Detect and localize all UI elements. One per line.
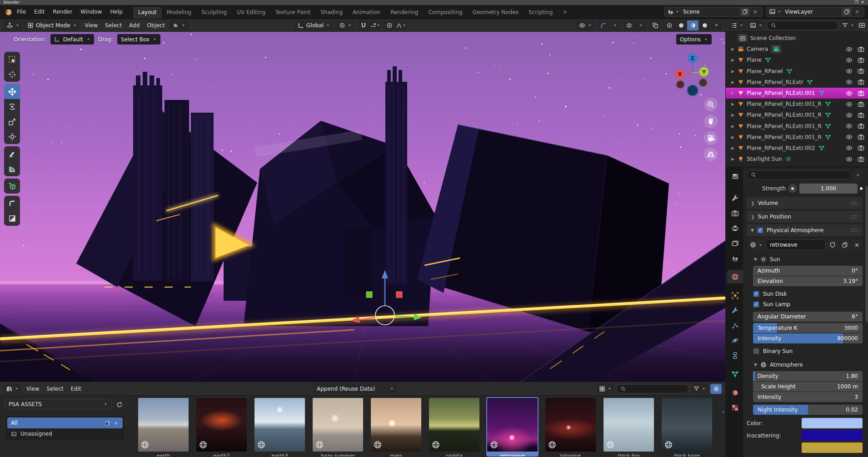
asset-editor-type-button[interactable] [4, 384, 21, 394]
outliner-row[interactable]: ▶ Plane [726, 55, 868, 65]
disable-render-icon[interactable] [858, 68, 864, 75]
properties-tab-viewlayer[interactable] [727, 236, 743, 250]
asset-tile-earth3[interactable]: earth3 [254, 397, 306, 457]
asset-search-input[interactable] [616, 384, 689, 393]
properties-tab-scene[interactable] [727, 251, 743, 265]
sidebar-collapse-arrow[interactable]: ‹ [722, 39, 724, 46]
add-catalog-icon[interactable] [113, 420, 119, 426]
remove-viewlayer-button[interactable] [853, 8, 862, 16]
sun-disk-row[interactable]: ✓Sun Disk [753, 288, 863, 299]
density-slider[interactable]: Density1.80 [753, 371, 863, 381]
asset-tile-mars[interactable]: mars [370, 397, 422, 457]
tab-modeling[interactable]: Modeling [162, 7, 197, 19]
unlink-world-button[interactable] [851, 239, 863, 250]
zoom-button[interactable] [704, 98, 718, 111]
axis-neg-y-ball[interactable] [699, 79, 707, 87]
asset-thumbnail[interactable] [604, 398, 654, 452]
new-scene-button[interactable] [740, 8, 749, 16]
binary-sun-row[interactable]: Binary Sun [753, 346, 863, 356]
disable-render-icon[interactable] [858, 134, 864, 140]
gizmo-plane-yz-handle[interactable] [366, 292, 372, 298]
inscattering-swatch[interactable] [802, 430, 863, 441]
hide-viewport-icon[interactable] [846, 156, 853, 163]
asset-tile-nishita[interactable]: nishita [428, 397, 480, 457]
gizmo-dropdown[interactable] [609, 20, 621, 30]
shading-rendered-button[interactable] [699, 20, 710, 30]
properties-tab-particles[interactable] [727, 318, 743, 332]
tab--[interactable]: + [558, 7, 572, 19]
hide-viewport-icon[interactable] [846, 101, 853, 108]
disable-render-icon[interactable] [858, 46, 864, 53]
proportional-falloff-dropdown[interactable] [395, 20, 407, 30]
shading-wireframe-button[interactable] [663, 20, 675, 30]
properties-tab-modifier[interactable] [727, 303, 743, 317]
tab-compositing[interactable]: Compositing [423, 7, 467, 19]
tool-extrude-corner[interactable] [4, 196, 20, 211]
atmosphere-section-header[interactable]: ▼Atmosphere [747, 360, 863, 370]
sun-lamp-checkbox[interactable]: ✓ [753, 301, 759, 308]
tool-add-cube[interactable] [4, 179, 20, 194]
properties-tab-physics[interactable] [727, 333, 743, 347]
asset-tile-hazy-summer[interactable]: hazy summer [312, 397, 364, 457]
hide-viewport-icon[interactable] [846, 79, 853, 85]
editor-type-button[interactable] [3, 20, 23, 30]
properties-tab-material[interactable] [727, 386, 743, 399]
menu-render[interactable]: Render [49, 7, 76, 17]
disable-render-icon[interactable] [858, 123, 864, 129]
shading-solid-button[interactable] [675, 20, 687, 30]
asset-thumbnail[interactable] [487, 398, 538, 452]
viewport-menu-select[interactable]: Select [101, 21, 125, 30]
properties-tab-texture[interactable] [727, 401, 743, 414]
asset-sidebar-collapse-arrow[interactable]: ‹ [722, 408, 724, 415]
viewlayer-selector[interactable]: ViewLayer [766, 7, 864, 17]
angular-diameter-field[interactable]: Angular Diameter6° [753, 312, 863, 322]
blender-logo-icon[interactable] [4, 7, 13, 16]
catalog-all[interactable]: All [7, 417, 123, 428]
show-overlays-toggle[interactable] [624, 20, 635, 30]
sun-disk-checkbox[interactable]: ✓ [753, 291, 759, 297]
properties-tab-world[interactable] [727, 270, 743, 283]
pan-button[interactable] [704, 114, 718, 128]
tab-layout[interactable]: Layout [133, 7, 162, 19]
outliner-row[interactable]: ▶ Plane_RPanel_RLExtr.001_R [726, 109, 868, 120]
fake-user-button[interactable] [827, 239, 838, 250]
hide-viewport-icon[interactable] [846, 123, 853, 129]
axis-neg-z-ball[interactable] [687, 85, 698, 96]
outliner-row[interactable]: ▶ Plane_RPanel_RLExtr.001_R [726, 99, 868, 109]
properties-options-dropdown[interactable] [853, 170, 863, 179]
new-world-button[interactable] [839, 239, 850, 250]
tool-move[interactable] [4, 84, 20, 99]
overlays-dropdown[interactable] [635, 20, 647, 30]
tool-select-box[interactable] [4, 52, 20, 67]
asset-tile-tatooine[interactable]: tatooine [544, 397, 597, 457]
scene-name[interactable]: Scene [681, 9, 739, 15]
hide-viewport-icon[interactable] [846, 68, 853, 75]
shading-dropdown[interactable] [711, 20, 722, 30]
unlink-scene-button[interactable] [751, 8, 760, 16]
menu-edit[interactable]: Edit [30, 7, 49, 17]
import-method-dropdown[interactable]: Append (Reuse Data) [314, 384, 397, 394]
asset-tile-earth[interactable]: earth [137, 397, 190, 457]
night-intensity-slider[interactable]: Night Intensity0.02 [753, 405, 863, 415]
active-tool-dropdown[interactable] [170, 20, 189, 30]
tool-rotate[interactable] [4, 99, 20, 114]
properties-tab-data[interactable] [727, 367, 743, 381]
tool-cursor[interactable] [4, 67, 20, 82]
asset-thumbnail[interactable] [545, 398, 596, 452]
strength-field[interactable]: 1.000 [799, 184, 858, 194]
sun-lamp-row[interactable]: ✓Sun Lamp [753, 299, 863, 309]
elevation-field[interactable]: Elevation3.19° [753, 276, 863, 286]
outliner-display-mode-dropdown[interactable] [728, 20, 746, 30]
tab-texture-paint[interactable]: Texture Paint [270, 7, 315, 19]
toggle-perspective-button[interactable] [704, 148, 718, 161]
outliner-filter-dropdown[interactable] [748, 20, 765, 30]
disable-render-icon[interactable] [858, 57, 864, 64]
gizmo-plane-xz-handle[interactable] [396, 292, 402, 298]
disable-render-icon[interactable] [858, 101, 864, 108]
shading-material-preview-button[interactable] [687, 20, 698, 30]
asset-thumbnail[interactable] [429, 398, 479, 452]
menu-window[interactable]: Window [76, 7, 106, 17]
tab-uv-editing[interactable]: UV Editing [232, 7, 270, 19]
panel-physical-atmosphere[interactable]: ▼✓Physical Atmosphere [747, 224, 863, 236]
properties-tab-object[interactable] [727, 288, 743, 302]
